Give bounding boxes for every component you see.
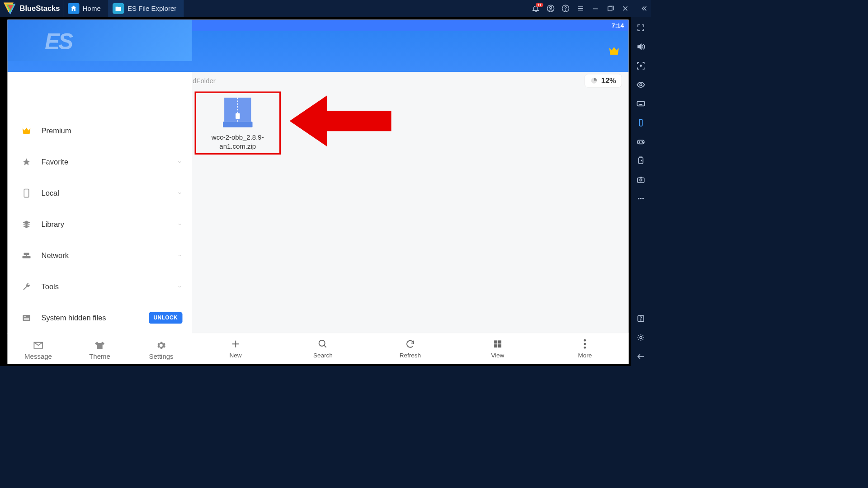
sidebar-item-favorite[interactable]: Favorite [8,146,192,178]
file-name: wcc-2-obb_2.8.9- an1.com.zip [212,133,264,151]
sidebar-tab-label: Settings [149,352,173,360]
rail-fullscreen-button[interactable] [631,19,651,38]
pie-icon [590,77,598,84]
plus-icon [230,338,241,350]
brand-label: BlueStacks [20,4,60,13]
bottom-refresh-button[interactable]: Refresh [367,338,454,359]
rail-more-button[interactable] [631,189,651,208]
svg-line-39 [324,345,326,347]
svg-marker-35 [290,96,392,147]
sidebar-item-label: System hidden files [42,314,149,323]
svg-point-48 [640,84,642,86]
svg-rect-62 [637,178,644,183]
premium-crown-icon[interactable] [609,46,620,57]
menu-button[interactable] [573,0,588,17]
svg-point-7 [565,10,566,10]
sidebar-item-label: Tools [42,282,177,291]
storage-pct-label: 12% [601,76,616,85]
sidebar-tab-theme[interactable]: Theme [69,337,130,364]
sidebar-tab-message[interactable]: Message [8,337,69,364]
zip-archive-icon [220,96,255,129]
svg-rect-42 [494,344,497,347]
svg-rect-24 [24,253,29,255]
svg-point-65 [640,198,642,199]
sidebar-header: ES [8,20,192,61]
chevron-down-icon [177,190,183,196]
svg-rect-22 [24,189,29,197]
tab-home-label: Home [83,5,101,12]
sidebar-tab-settings[interactable]: Settings [130,337,192,364]
svg-rect-28 [24,318,29,319]
sidebar-item-premium[interactable]: Premium [8,115,192,146]
svg-rect-27 [24,316,26,317]
svg-point-46 [584,347,586,349]
es-app-icon [113,3,124,14]
svg-point-44 [584,339,586,342]
chevron-down-icon [177,253,183,258]
android-screen: 7:14 Local [8,20,629,364]
notifications-button[interactable]: 11 [528,0,543,17]
close-button[interactable] [618,0,633,17]
path-text: dFolder [192,77,216,84]
sidebar-bottom-tabs: Message Theme Settings [8,333,192,364]
rail-back-button[interactable] [631,347,651,366]
file-grid: wcc-2-obb_2.8.9- an1.com.zip [192,89,629,157]
svg-point-60 [643,142,644,143]
sidebar-item-hidden-files[interactable]: System hidden files UNLOCK [8,302,192,333]
svg-rect-41 [498,340,501,343]
tab-home[interactable]: Home [63,0,108,17]
file-area: dFolder 12% [192,72,629,364]
right-rail [631,17,651,366]
wrench-icon [21,281,32,292]
rail-volume-button[interactable] [631,38,651,56]
rail-help-box-button[interactable] [631,309,651,328]
svg-rect-55 [639,119,642,126]
gear-icon [156,340,166,351]
rail-keyboard-button[interactable] [631,94,651,113]
storage-indicator[interactable]: 12% [585,74,622,88]
maximize-button[interactable] [603,0,618,17]
shirt-icon [94,340,105,351]
bottom-btn-label: Search [313,352,333,359]
home-app-icon [68,3,80,14]
sidebar-item-label: Network [42,251,177,260]
unlock-button[interactable]: UNLOCK [149,312,183,324]
rail-gamepad-button[interactable] [631,132,651,151]
svg-rect-40 [494,340,497,343]
sidebar-item-label: Library [42,220,177,229]
bottom-view-button[interactable]: View [454,338,541,359]
search-icon [317,338,329,350]
svg-point-5 [550,6,552,9]
tab-es-file-explorer[interactable]: ES File Explorer [108,0,184,17]
sidebar-item-local[interactable]: Local [8,178,192,209]
emulator-frame: 7:14 Local [0,17,631,366]
bottom-more-button[interactable]: More [541,338,628,359]
account-button[interactable] [543,0,558,17]
rail-locate-button[interactable] [631,56,651,75]
rail-screenshot-button[interactable] [631,170,651,189]
layers-icon [21,219,32,230]
minimize-button[interactable] [588,0,603,17]
titlebar: BlueStacks Home ES File Explorer 11 [0,0,651,17]
rail-settings-button[interactable] [631,328,651,347]
sidebar-tab-label: Message [24,352,52,360]
file-item-zip[interactable]: wcc-2-obb_2.8.9- an1.com.zip [195,92,281,155]
sidebar-item-library[interactable]: Library [8,209,192,240]
refresh-icon [405,338,416,350]
clock: 7:14 [612,22,624,29]
sidebar-item-network[interactable]: Network [8,240,192,271]
rail-clipboard-button[interactable] [631,151,651,170]
annotation-arrow-icon [290,92,395,150]
svg-rect-49 [637,102,644,106]
collapse-rail-button[interactable] [636,0,651,17]
rail-rotate-button[interactable] [631,113,651,132]
bottom-search-button[interactable]: Search [279,338,367,359]
help-button[interactable] [558,0,573,17]
chevron-down-icon [177,159,183,164]
network-icon [21,250,32,261]
hidden-files-icon [21,312,32,323]
sidebar-item-tools[interactable]: Tools [8,271,192,302]
bottom-new-button[interactable]: New [192,338,279,359]
rail-eye-button[interactable] [631,75,651,94]
svg-rect-34 [236,113,240,119]
